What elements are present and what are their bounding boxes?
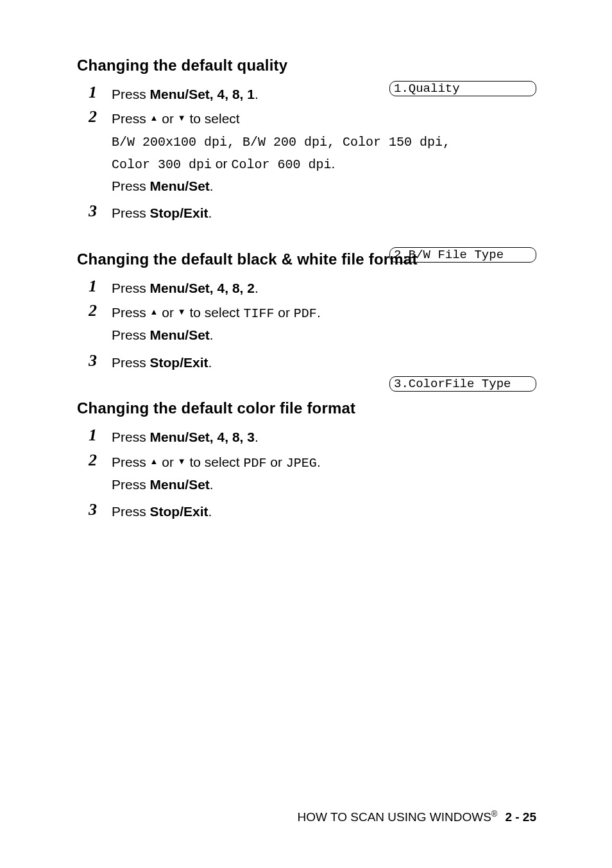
text: Press bbox=[112, 477, 150, 492]
text: Press bbox=[112, 355, 150, 370]
step-number: 2 bbox=[89, 300, 112, 320]
footer-text: HOW TO SCAN USING WINDOWS bbox=[298, 810, 491, 824]
key-menu-set: Menu/Set bbox=[150, 327, 210, 342]
step-body: Press Stop/Exit. bbox=[112, 201, 536, 223]
section-title: Changing the default quality bbox=[77, 56, 536, 74]
section-bw-file-format: Changing the default black & white file … bbox=[77, 250, 536, 372]
text: to select bbox=[186, 111, 240, 126]
key-stop-exit: Stop/Exit bbox=[150, 504, 208, 519]
text: Press bbox=[112, 327, 150, 342]
text: . bbox=[331, 156, 335, 171]
lcd-display: 2.B/W File Type bbox=[389, 247, 536, 263]
text: or bbox=[267, 455, 286, 469]
step-body: Press Menu/Set, 4, 8, 2. bbox=[112, 276, 536, 298]
page-number: 2 - 25 bbox=[505, 810, 536, 824]
key-stop-exit: Stop/Exit bbox=[150, 355, 208, 370]
key-sequence: , 4, 8, 1 bbox=[210, 87, 255, 101]
text: Press bbox=[112, 504, 150, 519]
step-2: 2 Press ▲ or ▼ to select TIFF or PDF. Pr… bbox=[89, 300, 536, 347]
step-number: 2 bbox=[89, 107, 112, 126]
key-menu-set: Menu/Set bbox=[150, 281, 210, 295]
text: Press bbox=[112, 205, 150, 220]
lcd-display: 1.Quality bbox=[389, 81, 536, 96]
section-default-quality: Changing the default quality 1.Quality 1… bbox=[77, 56, 536, 223]
up-triangle-icon: ▲ bbox=[150, 112, 158, 125]
text: or bbox=[158, 305, 177, 320]
section-color-file-format: Changing the default color file format 3… bbox=[77, 399, 536, 521]
up-triangle-icon: ▲ bbox=[150, 456, 158, 468]
text: or bbox=[158, 111, 177, 126]
option: Color 600 dpi bbox=[231, 157, 331, 172]
text: Press bbox=[112, 178, 150, 193]
step-number: 3 bbox=[89, 351, 112, 370]
text: . bbox=[210, 178, 214, 193]
step-body: Press ▲ or ▼ to select B/W 200x100 dpi, … bbox=[112, 107, 536, 198]
step-number: 1 bbox=[89, 425, 112, 445]
option: Color 300 dpi bbox=[112, 157, 212, 172]
option: PDF bbox=[294, 306, 317, 321]
option: PDF bbox=[244, 456, 267, 471]
step-number: 2 bbox=[89, 450, 112, 470]
text: . bbox=[210, 327, 214, 342]
text: . bbox=[208, 504, 212, 519]
option: JPEG bbox=[286, 456, 317, 471]
text: or bbox=[158, 455, 177, 469]
down-triangle-icon: ▼ bbox=[178, 112, 186, 125]
key-sequence: , 4, 8, 3 bbox=[210, 430, 255, 444]
step-3: 3 Press Stop/Exit. bbox=[89, 201, 536, 223]
step-1: 1 Press Menu/Set, 4, 8, 3. bbox=[89, 425, 536, 447]
text: Press bbox=[112, 305, 150, 320]
text: . bbox=[255, 87, 259, 101]
step-2: 2 Press ▲ or ▼ to select PDF or JPEG. Pr… bbox=[89, 450, 536, 497]
registered-icon: ® bbox=[491, 809, 498, 819]
step-3: 3 Press Stop/Exit. bbox=[89, 499, 536, 521]
key-sequence: , 4, 8, 2 bbox=[210, 281, 255, 295]
steps-list: 1 Press Menu/Set, 4, 8, 3. 2 Press ▲ or … bbox=[89, 425, 536, 521]
step-body: Press ▲ or ▼ to select TIFF or PDF. Pres… bbox=[112, 300, 536, 347]
steps-list: 1 Press Menu/Set, 4, 8, 2. 2 Press ▲ or … bbox=[89, 276, 536, 372]
step-body: Press ▲ or ▼ to select PDF or JPEG. Pres… bbox=[112, 450, 536, 497]
step-number: 3 bbox=[89, 499, 112, 519]
option-list: B/W 200x100 dpi, B/W 200 dpi, Color 150 … bbox=[112, 135, 450, 150]
step-body: Press Stop/Exit. bbox=[112, 351, 536, 372]
step-2: 2 Press ▲ or ▼ to select B/W 200x100 dpi… bbox=[89, 107, 536, 198]
step-3: 3 Press Stop/Exit. bbox=[89, 351, 536, 372]
step-1: 1 Press Menu/Set, 4, 8, 2. bbox=[89, 276, 536, 298]
key-menu-set: Menu/Set bbox=[150, 477, 210, 492]
step-number: 1 bbox=[89, 82, 112, 102]
text: . bbox=[255, 430, 259, 444]
down-triangle-icon: ▼ bbox=[178, 306, 186, 318]
step-body: Press Menu/Set, 4, 8, 3. bbox=[112, 425, 536, 447]
step-number: 1 bbox=[89, 276, 112, 296]
key-menu-set: Menu/Set bbox=[150, 430, 210, 444]
step-number: 3 bbox=[89, 201, 112, 221]
page-footer: HOW TO SCAN USING WINDOWS®2 - 25 bbox=[298, 809, 536, 824]
key-menu-set: Menu/Set bbox=[150, 87, 210, 101]
key-stop-exit: Stop/Exit bbox=[150, 205, 208, 220]
text: . bbox=[210, 477, 214, 492]
text: or bbox=[275, 305, 294, 320]
down-triangle-icon: ▼ bbox=[178, 456, 186, 468]
section-title: Changing the default color file format bbox=[77, 399, 536, 417]
text: Press bbox=[112, 430, 150, 444]
steps-list: 1 Press Menu/Set, 4, 8, 1. 2 Press ▲ or … bbox=[89, 82, 536, 223]
text: . bbox=[208, 205, 212, 220]
up-triangle-icon: ▲ bbox=[150, 306, 158, 318]
text: to select bbox=[186, 305, 244, 320]
text: to select bbox=[186, 455, 244, 469]
text: Press bbox=[112, 111, 150, 126]
text: . bbox=[208, 355, 212, 370]
text: . bbox=[317, 455, 321, 469]
text: . bbox=[255, 281, 259, 295]
option: TIFF bbox=[244, 306, 275, 321]
text: Press bbox=[112, 87, 150, 101]
key-menu-set: Menu/Set bbox=[150, 178, 210, 193]
text: or bbox=[212, 156, 231, 171]
lcd-display: 3.ColorFile Type bbox=[389, 376, 536, 392]
step-body: Press Stop/Exit. bbox=[112, 499, 536, 521]
text: Press bbox=[112, 455, 150, 469]
text: Press bbox=[112, 281, 150, 295]
text: . bbox=[317, 305, 321, 320]
